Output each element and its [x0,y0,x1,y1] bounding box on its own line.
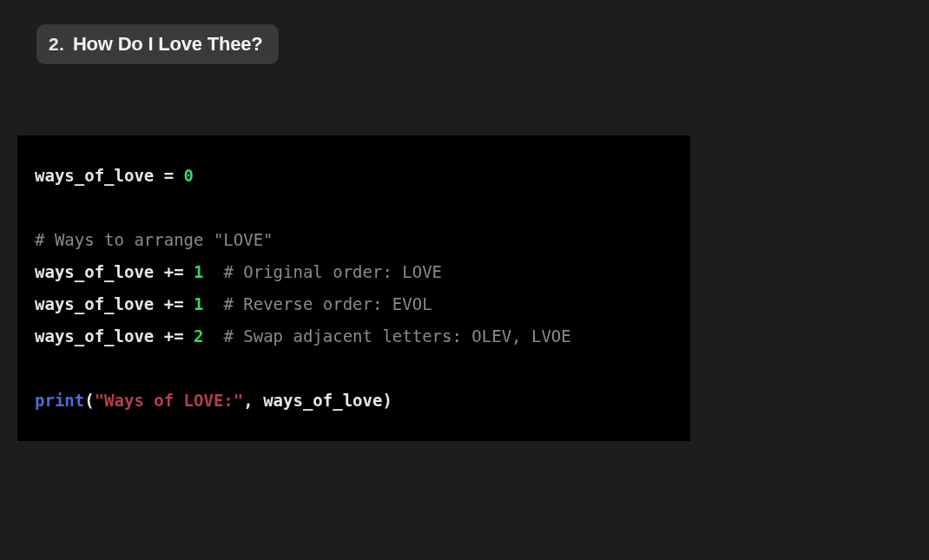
code-comment: # Original order: LOVE [204,262,443,281]
heading-title: How Do I Love Thee? [73,33,263,56]
section-heading: 2. How Do I Love Thee? [36,24,279,64]
code-op: += [154,262,194,281]
code-block: ways_of_love = 0 # Ways to arrange "LOVE… [17,135,690,441]
code-comment: # Swap adjacent letters: OLEV, LVOE [204,326,571,346]
code-number: 2 [194,326,203,346]
code-string: "Ways of LOVE:" [95,391,244,410]
code-op: += [154,326,194,346]
code-ident: ways_of_love [35,294,154,313]
code-number: 0 [184,166,194,185]
code-comment: # Reverse order: EVOL [204,294,432,313]
code-ident: ways_of_love [35,326,154,346]
code-paren: ) [382,391,392,410]
code-number: 1 [194,262,203,281]
code-ident: ways_of_love [35,166,154,185]
code-ident: ways_of_love [263,391,382,410]
code-paren: ( [84,391,94,410]
code-number: 1 [194,294,203,313]
code-punct: , [243,391,263,410]
code-op: = [154,166,183,185]
heading-number: 2. [49,34,64,55]
code-op: += [154,294,194,313]
code-comment: # Ways to arrange "LOVE" [35,230,273,249]
code-builtin: print [35,391,84,410]
code-ident: ways_of_love [35,262,154,281]
